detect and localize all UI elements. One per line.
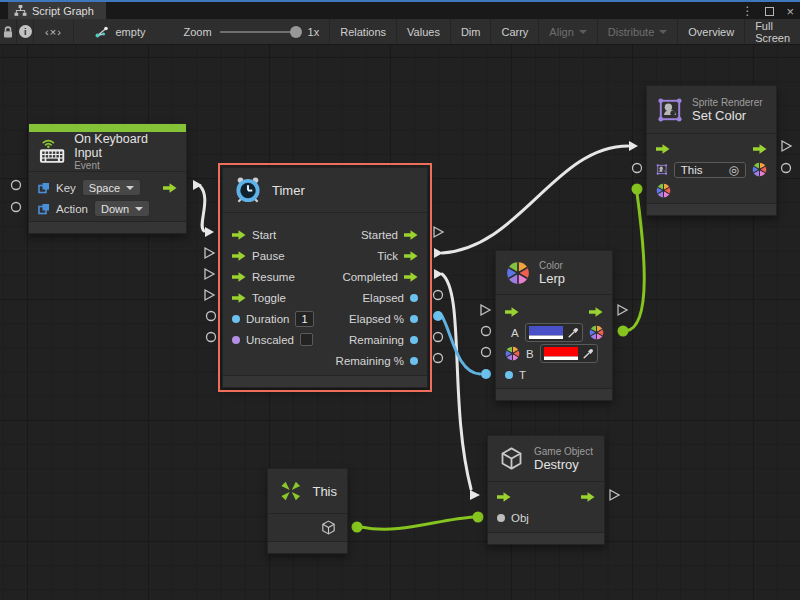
- value-port-dot: [410, 315, 418, 323]
- tab-script-graph[interactable]: Script Graph: [8, 2, 106, 19]
- node-title: Timer: [272, 183, 305, 198]
- trigger-out-arrow-icon: [163, 183, 177, 193]
- lerp-control-row: [496, 301, 612, 322]
- carry-button[interactable]: Carry: [490, 19, 538, 44]
- lock-icon: [2, 25, 14, 39]
- lerp-t-row: T: [496, 364, 612, 385]
- control-out-arrow-icon: [404, 230, 418, 240]
- timer-row-pause-tick: Pause Tick: [223, 245, 427, 266]
- chevron-down-icon: [659, 30, 667, 34]
- fullscreen-button[interactable]: Full Screen: [744, 19, 800, 44]
- info-button[interactable]: i: [17, 19, 34, 44]
- eyedropper-icon[interactable]: [582, 348, 594, 360]
- timer-clock-icon: [233, 175, 263, 205]
- node-footer: [268, 541, 347, 553]
- window-menu-icon[interactable]: ⋮: [741, 5, 753, 17]
- code-button[interactable]: ‹×›: [34, 19, 73, 44]
- node-subtitle: Event: [74, 160, 176, 171]
- node-setcolor[interactable]: Sprite Renderer Set Color This ◎: [646, 85, 777, 216]
- node-footer: [488, 532, 604, 544]
- node-this[interactable]: This: [267, 468, 348, 554]
- destroy-control-row: [488, 486, 604, 507]
- value-port-dot: [232, 315, 240, 323]
- control-in-arrow-icon: [232, 230, 246, 240]
- lock-button[interactable]: [0, 19, 17, 44]
- lerp-a-row: A: [496, 322, 612, 343]
- action-label: Action: [56, 203, 88, 215]
- tab-label: Script Graph: [32, 5, 94, 17]
- timer-row-unscaled-remaining: Unscaled Remaining: [223, 329, 427, 350]
- zoom-slider-handle[interactable]: [290, 26, 302, 38]
- chevron-down-icon: [126, 186, 134, 190]
- graph-name: empty: [116, 26, 146, 38]
- value-port-dot: [497, 514, 505, 522]
- window-close-icon[interactable]: ×: [786, 5, 794, 18]
- control-in-arrow-icon: [232, 272, 246, 282]
- setcolor-control-row: [647, 138, 776, 159]
- timer-row-duration-elapsedpct: Duration 1 Elapsed %: [223, 308, 427, 329]
- value-port-dot: [505, 371, 513, 379]
- key-dropdown[interactable]: Space: [82, 179, 141, 196]
- timer-row-start-started: Start Started: [223, 224, 427, 245]
- setcolor-color-row: [647, 180, 776, 201]
- node-subtitle: Color: [539, 260, 565, 271]
- keycode-icon: [38, 182, 50, 194]
- control-in-arrow-icon: [497, 492, 511, 502]
- target-object-field[interactable]: This ◎: [674, 162, 746, 178]
- chevron-down-icon: [135, 207, 143, 211]
- color-a-swatch: [529, 326, 563, 339]
- graph-reference[interactable]: empty: [74, 19, 158, 44]
- values-button[interactable]: Values: [396, 19, 450, 44]
- graph-toolbar: i ‹×› empty Zoom 1x Relations Values Dim…: [0, 19, 800, 45]
- unscaled-checkbox[interactable]: [300, 333, 313, 346]
- node-footer: [223, 375, 427, 387]
- color-wheel-icon: [656, 183, 671, 198]
- timer-row-remainingpct: Remaining %: [223, 350, 427, 371]
- eyedropper-icon[interactable]: [567, 327, 579, 339]
- gameobject-cube-icon: [320, 519, 337, 536]
- keyboard-action-row: Action Down: [29, 198, 186, 219]
- zoom-control: Zoom 1x: [157, 19, 329, 44]
- setcolor-target-row: This ◎: [647, 159, 776, 180]
- node-title: Lerp: [539, 271, 565, 286]
- value-port-dot: [410, 336, 418, 344]
- graph-tree-icon: [14, 5, 27, 16]
- value-port-dot: [410, 294, 418, 302]
- node-timer[interactable]: Timer Start Started Pause Tick Resume Co…: [222, 167, 428, 388]
- control-out-arrow-icon: [589, 307, 603, 317]
- color-b-swatch: [544, 347, 578, 360]
- color-b-field[interactable]: [540, 344, 598, 363]
- zoom-label: Zoom: [183, 26, 211, 38]
- window-maximize-icon[interactable]: [765, 7, 774, 16]
- keyboard-key-row: Key Space: [29, 177, 186, 198]
- dim-button[interactable]: Dim: [450, 19, 491, 44]
- color-wheel-icon: [589, 325, 604, 340]
- control-in-arrow-icon: [232, 251, 246, 261]
- zoom-slider[interactable]: [220, 31, 300, 33]
- gameobject-cube-icon: [498, 445, 525, 472]
- node-on-keyboard-input[interactable]: On Keyboard Input Event Key Space Action…: [28, 123, 187, 234]
- node-subtitle: Sprite Renderer: [692, 97, 763, 108]
- timer-row-toggle-elapsed: Toggle Elapsed: [223, 287, 427, 308]
- node-color-lerp[interactable]: Color Lerp A B: [495, 250, 613, 401]
- lerp-b-row: B: [496, 343, 612, 364]
- duration-field[interactable]: 1: [295, 311, 313, 327]
- node-title: Set Color: [692, 108, 763, 123]
- overview-button[interactable]: Overview: [677, 19, 744, 44]
- control-out-arrow-icon: [581, 492, 595, 502]
- relations-button[interactable]: Relations: [329, 19, 396, 44]
- control-in-arrow-icon: [232, 293, 246, 303]
- node-title: This: [312, 484, 337, 499]
- node-destroy[interactable]: Game Object Destroy Obj: [487, 435, 605, 545]
- color-wheel-icon: [505, 346, 520, 361]
- control-out-arrow-icon: [404, 272, 418, 282]
- action-dropdown[interactable]: Down: [94, 200, 150, 217]
- color-a-field[interactable]: [525, 323, 583, 342]
- value-port-dot: [232, 336, 240, 344]
- control-in-arrow-icon: [656, 144, 670, 154]
- node-footer: [29, 221, 186, 233]
- graph-ref-icon: [94, 25, 110, 39]
- object-picker-icon[interactable]: ◎: [729, 164, 739, 176]
- control-out-arrow-icon: [753, 144, 767, 154]
- event-accent-bar: [29, 124, 186, 132]
